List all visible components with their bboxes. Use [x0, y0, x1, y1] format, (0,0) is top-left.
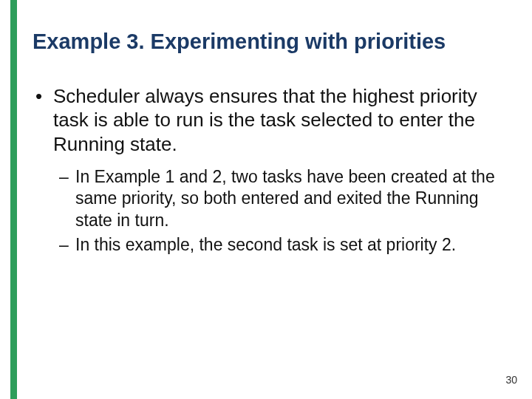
bullet-level-2: In Example 1 and 2, two tasks have been … [33, 166, 508, 231]
slide-content: Example 3. Experimenting with priorities… [33, 28, 508, 259]
slide-title: Example 3. Experimenting with priorities [33, 28, 508, 55]
page-number: 30 [505, 374, 517, 386]
accent-bar [10, 0, 17, 399]
slide: Example 3. Experimenting with priorities… [0, 0, 532, 399]
bullet-level-1: Scheduler always ensures that the highes… [33, 84, 508, 156]
bullet-level-2: In this example, the second task is set … [33, 234, 508, 256]
